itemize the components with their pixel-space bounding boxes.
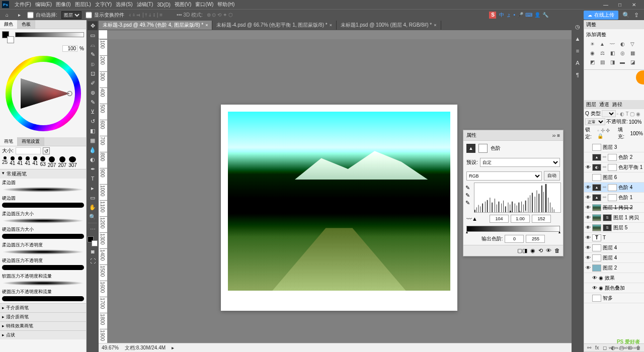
search-icon[interactable]: 🔍: [620, 12, 632, 19]
character-panel-icon[interactable]: A: [573, 58, 582, 67]
brush-item[interactable]: 硬圆压力不透明度和流量: [0, 288, 86, 303]
toolbar-color-swatch[interactable]: [88, 236, 98, 246]
history-brush-tool[interactable]: ↺: [88, 117, 98, 126]
output-black[interactable]: [505, 235, 524, 243]
tab-brush-settings[interactable]: 画笔设置: [18, 137, 44, 146]
menu-view[interactable]: 视图(V): [173, 1, 193, 8]
doc-tab[interactable]: 未标题-3.psd @ 49.7% (色阶 4, 图层蒙版/8) *×: [99, 21, 212, 30]
close-icon[interactable]: ×: [434, 23, 436, 28]
maximize-button[interactable]: □: [615, 2, 625, 8]
exposure-icon[interactable]: ◐: [618, 40, 626, 47]
brush-preset[interactable]: 63: [40, 156, 46, 168]
brush-item[interactable]: 软圆压力不透明度和流量: [0, 272, 86, 288]
bw-icon[interactable]: ◧: [608, 49, 616, 56]
zoom-tool[interactable]: 🔍: [88, 212, 98, 221]
brush-preset[interactable]: 307: [68, 156, 77, 168]
auto-select-checkbox[interactable]: 自动选择:: [27, 11, 57, 19]
channel-select[interactable]: RGB: [466, 171, 542, 181]
layer-item[interactable]: 👁S图层 1 拷贝: [584, 213, 644, 223]
mask-icon[interactable]: ◻: [603, 345, 607, 350]
delete-adj-icon[interactable]: 🗑: [554, 247, 560, 254]
layer-item[interactable]: 图层 3: [584, 142, 644, 152]
minimize-button[interactable]: —: [601, 2, 611, 8]
black-eyedropper-icon[interactable]: ✎: [465, 185, 470, 191]
history-panel-icon[interactable]: ◷: [573, 22, 582, 31]
hue-icon[interactable]: ◉: [588, 49, 596, 56]
layer-fx-item[interactable]: 👁◉ 颜色叠加: [584, 283, 644, 293]
channelmixer-icon[interactable]: ▦: [628, 49, 636, 56]
move-tool[interactable]: ✥: [88, 21, 98, 30]
preset-select[interactable]: 自定: [480, 158, 560, 167]
auto-select-dropdown[interactable]: 图层: [61, 11, 82, 19]
brush-preset[interactable]: 207: [48, 156, 56, 168]
output-gradient[interactable]: ▴ ▴: [466, 226, 560, 232]
brush-group-row[interactable]: ▸ 点状: [0, 330, 86, 339]
visibility-icon[interactable]: 👁: [546, 247, 551, 254]
menu-filter[interactable]: 滤镜(T): [135, 1, 155, 8]
menu-3d[interactable]: 3D(D): [155, 2, 172, 8]
upload-button[interactable]: ☁ 在线上传: [584, 11, 618, 20]
blend-mode-select[interactable]: 正常: [585, 118, 605, 125]
lasso-tool[interactable]: ⌓: [88, 40, 98, 49]
brush-preset[interactable]: 41: [25, 156, 30, 168]
ruler-vertical[interactable]: 1002003004005006007008009001000110012001…: [99, 39, 108, 343]
input-black[interactable]: [490, 215, 509, 223]
ime-toolbar[interactable]: 中ょ•🎤⌨👤🔧: [498, 12, 549, 19]
doc-info[interactable]: 文档:8.30M/24.4M: [125, 344, 166, 351]
input-white[interactable]: [532, 215, 551, 223]
brush-item[interactable]: 硬边圆压力大小: [0, 225, 86, 241]
brush-preset[interactable]: 41: [17, 156, 23, 168]
brightness-icon[interactable]: ☀: [588, 40, 596, 47]
brush-preset[interactable]: 41: [10, 156, 15, 168]
home-icon[interactable]: ⌂: [3, 11, 11, 19]
white-eyedropper-icon[interactable]: ✎: [465, 200, 470, 206]
layer-item[interactable]: 图层 6: [584, 172, 644, 183]
reset-icon[interactable]: ⟲: [538, 247, 543, 254]
auto-button[interactable]: 自动: [544, 171, 560, 181]
gray-eyedropper-icon[interactable]: ✎: [465, 192, 470, 199]
eyedropper-tool[interactable]: ✐: [88, 78, 98, 87]
tab-brushes[interactable]: 画笔: [0, 137, 18, 146]
brush-tool[interactable]: ✎: [88, 98, 98, 107]
properties-panel[interactable]: 属性 ›› ≡ ▲ ◻ 色阶 预设: 自定 RGB 自动 ✎ ✎ ✎: [463, 130, 564, 256]
doc-tab[interactable]: 未标题-4.psd @ 66.7% (色彩平衡 1, 图层蒙版/8) *×: [212, 21, 336, 30]
blur-tool[interactable]: 💧: [88, 145, 98, 154]
document-canvas[interactable]: [221, 105, 457, 311]
menu-window[interactable]: 窗口(W): [194, 1, 215, 8]
brush-group-header[interactable]: ▾ 常规画笔: [0, 169, 86, 179]
path-select-tool[interactable]: ▸: [88, 184, 98, 193]
layer-item[interactable]: 👁图层 2: [584, 263, 644, 273]
color-wheel[interactable]: [6, 56, 81, 131]
link-layers-icon[interactable]: ⚯: [587, 345, 591, 350]
dodge-tool[interactable]: ◐: [88, 155, 98, 164]
fx-icon[interactable]: fx: [595, 345, 599, 350]
invert-icon[interactable]: ◩: [588, 58, 596, 65]
brush-item[interactable]: 硬边圆: [0, 194, 86, 210]
fg-bg-swatch[interactable]: [2, 31, 14, 43]
fill-value[interactable]: 100%: [630, 131, 643, 136]
output-white[interactable]: [526, 235, 545, 243]
menu-select[interactable]: 选择(S): [114, 1, 134, 8]
layer-item[interactable]: 👁图层 1 拷贝 2: [584, 203, 644, 213]
layer-item[interactable]: 👁图层 4: [584, 243, 644, 253]
posterize-icon[interactable]: ▤: [598, 58, 606, 65]
type-tool[interactable]: T: [88, 174, 98, 183]
adjustments-panel-icon[interactable]: ▲: [573, 34, 582, 43]
wavy-icon[interactable]: 〰▲: [466, 216, 477, 222]
prev-icon[interactable]: ◉: [530, 247, 535, 254]
layer-item[interactable]: 👁图层 4: [584, 253, 644, 263]
menu-image[interactable]: 图像(I): [54, 1, 72, 8]
brush-group-row[interactable]: ▸ 干介质画笔: [0, 303, 86, 312]
histogram[interactable]: [474, 183, 561, 213]
styles-panel-icon[interactable]: ≡: [573, 46, 582, 55]
menu-file[interactable]: 文件(F): [13, 1, 33, 8]
tab-layers[interactable]: 图层: [586, 101, 596, 108]
tab-channels[interactable]: 通道: [599, 101, 609, 108]
edit-toolbar-icon[interactable]: ⋯: [88, 225, 98, 234]
menu-type[interactable]: 文字(Y): [94, 1, 113, 8]
levels-icon[interactable]: ▲: [598, 40, 606, 47]
tab-paths[interactable]: 路径: [612, 101, 622, 108]
zoom-level[interactable]: 49.67%: [102, 345, 119, 350]
stamp-tool[interactable]: ⊻: [88, 107, 98, 116]
close-icon[interactable]: ×: [330, 23, 332, 28]
